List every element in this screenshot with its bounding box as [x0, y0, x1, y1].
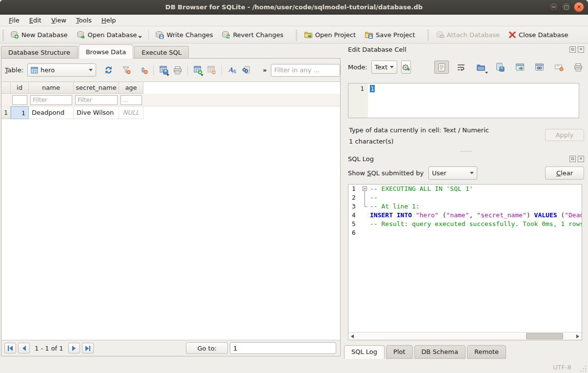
fold-marker-icon[interactable]: [360, 185, 370, 193]
cell-name[interactable]: Deadpond: [29, 106, 74, 119]
browse-toolbar: Table: hero: [1, 59, 340, 82]
close-database-button[interactable]: Close Database: [504, 28, 573, 41]
browse-data-panel: Table: hero: [1, 58, 341, 356]
resize-grip[interactable]: [580, 365, 587, 372]
maximize-icon[interactable]: ▢: [561, 2, 571, 12]
edit-cell-toolbar: [434, 61, 586, 74]
cell-id[interactable]: 1: [11, 106, 29, 119]
row-header[interactable]: 1: [1, 106, 11, 119]
print-icon[interactable]: [571, 61, 586, 74]
menu-edit[interactable]: Edit: [24, 16, 46, 25]
open-project-button[interactable]: Open Project: [300, 28, 360, 41]
table-combobox[interactable]: hero: [27, 63, 96, 77]
sql-log-filter-row: Show SQL submitted by User Clear: [348, 166, 584, 180]
scroll-right-icon[interactable]: [574, 332, 582, 340]
minimize-icon[interactable]: ─: [548, 2, 559, 12]
close-panel-icon[interactable]: ✕: [578, 46, 584, 53]
dock-splitter-handle[interactable]: [344, 149, 588, 153]
word-wrap-icon[interactable]: [454, 61, 468, 74]
menubar: File Edit View Tools Help: [0, 15, 588, 26]
grid-filter-row: [1, 94, 340, 106]
toolbar-overflow-chevron[interactable]: »: [261, 66, 269, 74]
tab-plot[interactable]: Plot: [386, 345, 413, 359]
text-mode-icon[interactable]: [434, 61, 449, 74]
cell-secret-name[interactable]: Dive Wilson: [74, 106, 119, 119]
grid-corner-button[interactable]: [1, 82, 11, 94]
cell-char-count: 1 character(s): [349, 138, 394, 145]
sql-source-combobox[interactable]: User: [428, 166, 477, 180]
filter-any-column-input[interactable]: [271, 64, 340, 77]
sql-source-value: User: [432, 169, 446, 177]
open-database-dropdown-caret[interactable]: [138, 36, 142, 38]
float-panel-icon[interactable]: ⧉: [569, 156, 576, 162]
save-project-button[interactable]: Save Project: [360, 28, 420, 41]
filter-secret-name-input[interactable]: [75, 95, 118, 105]
mode-combobox[interactable]: Text: [371, 61, 397, 74]
goto-button[interactable]: Go to:: [186, 342, 228, 354]
column-header-name[interactable]: name: [29, 82, 74, 94]
menu-help[interactable]: Help: [97, 16, 121, 25]
clear-filters-button[interactable]: [121, 64, 133, 77]
tab-db-schema[interactable]: DB Schema: [414, 345, 466, 359]
clear-log-button[interactable]: Clear: [545, 166, 584, 180]
export-file-icon[interactable]: [493, 61, 507, 74]
column-header-age[interactable]: age: [119, 82, 143, 94]
database-revert-icon: [222, 30, 230, 39]
close-panel-icon[interactable]: ✕: [578, 156, 584, 162]
scrollbar-track[interactable]: [356, 332, 574, 340]
clear-sorting-button[interactable]: [138, 64, 150, 77]
window-controls: ─ ▢ ✕: [548, 2, 584, 12]
print-button[interactable]: [172, 64, 184, 77]
set-null-icon[interactable]: [551, 61, 566, 74]
refresh-button[interactable]: [103, 64, 115, 77]
menu-file[interactable]: File: [4, 16, 24, 25]
cell-value-editor[interactable]: 1 1: [348, 83, 579, 118]
new-database-button[interactable]: New Database: [6, 28, 72, 41]
jump-to-record-button[interactable]: [240, 64, 252, 77]
filter-age-input[interactable]: [121, 95, 142, 105]
table-label: Table:: [5, 66, 23, 74]
write-changes-button[interactable]: Write Changes: [151, 28, 217, 41]
horizontal-scrollbar[interactable]: [348, 332, 582, 340]
copy-link-icon[interactable]: [532, 61, 547, 74]
svg-text:A: A: [231, 68, 236, 75]
insert-record-button[interactable]: [192, 64, 204, 77]
record-range-label: 1 - 1 of 1: [32, 345, 66, 352]
filter-id-input[interactable]: [12, 95, 27, 105]
column-header-id[interactable]: id: [11, 82, 29, 94]
scroll-left-icon[interactable]: [348, 332, 356, 340]
open-database-button[interactable]: Open Database: [72, 28, 147, 41]
edit-display-format-button[interactable]: AA: [226, 64, 238, 77]
next-page-button[interactable]: [68, 343, 80, 353]
save-table-button[interactable]: [158, 64, 170, 77]
first-page-button[interactable]: [4, 343, 16, 353]
previous-page-button[interactable]: [18, 343, 30, 353]
tab-execute-sql[interactable]: Execute SQL: [134, 46, 189, 59]
scrollbar-thumb[interactable]: [526, 333, 563, 339]
fold-margin: [360, 220, 370, 228]
menu-tools[interactable]: Tools: [71, 16, 97, 25]
open-external-icon[interactable]: [512, 61, 527, 74]
menu-view[interactable]: View: [46, 16, 71, 25]
column-header-secret-name[interactable]: secret_name: [74, 82, 119, 94]
tab-remote[interactable]: Remote: [467, 345, 506, 359]
filter-name-input[interactable]: [30, 95, 72, 105]
tab-sql-log[interactable]: SQL Log: [344, 345, 385, 359]
sql-log-editor[interactable]: 1-- EXECUTING ALL IN 'SQL 1'2--3-- At li…: [348, 184, 582, 340]
last-page-button[interactable]: [82, 343, 94, 353]
import-file-icon[interactable]: [473, 61, 488, 74]
auto-apply-button[interactable]: [401, 61, 411, 74]
chevron-down-icon: [470, 172, 474, 174]
tab-database-structure[interactable]: Database Structure: [1, 46, 78, 59]
toolbar-drag-handle[interactable]: [1, 29, 5, 41]
tab-browse-data[interactable]: Browse Data: [79, 44, 134, 59]
sql-log-line: 5-- Result: query executed successfully.…: [348, 220, 582, 228]
float-panel-icon[interactable]: ⧉: [569, 46, 576, 53]
encoding-label: UTF-8: [553, 364, 571, 371]
revert-changes-button[interactable]: Revert Changes: [217, 28, 287, 41]
cell-age[interactable]: NULL: [119, 106, 143, 119]
titlebar: DB Browser for SQLite - /home/user/code/…: [0, 0, 588, 15]
cell-type-info: Type of data currently in cell: Text / N…: [349, 126, 489, 134]
goto-record-input[interactable]: [230, 342, 336, 354]
close-icon[interactable]: ✕: [574, 2, 584, 12]
